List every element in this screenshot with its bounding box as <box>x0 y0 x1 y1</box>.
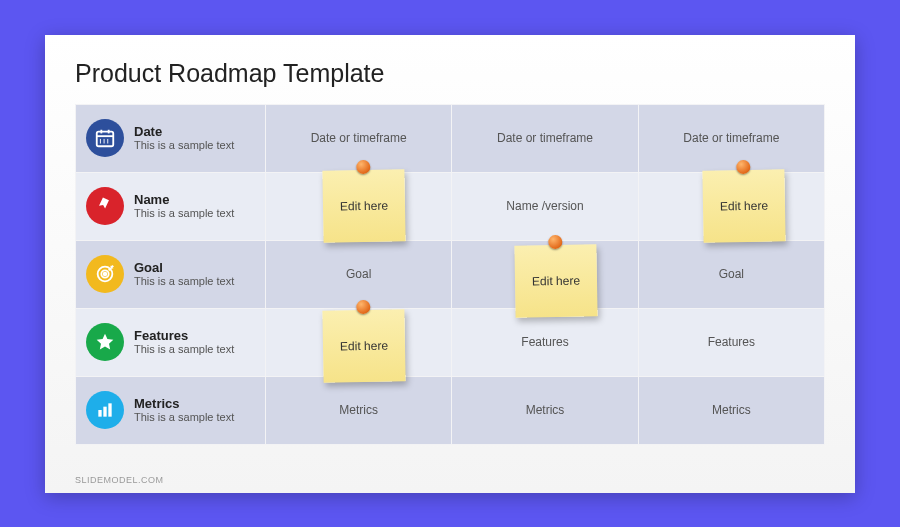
roadmap-cell[interactable]: Date or timeframe <box>452 104 638 172</box>
svg-rect-12 <box>108 403 111 416</box>
sticky-note[interactable]: Edit here <box>322 309 405 382</box>
svg-rect-0 <box>97 132 114 147</box>
row-title: Name <box>134 192 234 207</box>
roadmap-cell[interactable]: Features <box>452 308 638 376</box>
row-label-cell: FeaturesThis is a sample text <box>76 308 266 376</box>
row-title: Features <box>134 328 234 343</box>
roadmap-cell[interactable]: Metrics <box>266 376 452 444</box>
row-subtitle: This is a sample text <box>134 343 234 356</box>
tag-icon <box>86 187 124 225</box>
roadmap-cell[interactable]: Goal <box>638 240 824 308</box>
roadmap-cell[interactable]: Date or timeframe <box>638 104 824 172</box>
star-icon <box>86 323 124 361</box>
roadmap-table: DateThis is a sample textDate or timefra… <box>75 104 825 445</box>
sticky-note-text: Edit here <box>340 338 388 353</box>
target-icon <box>86 255 124 293</box>
roadmap-cell[interactable]: Goal <box>266 240 452 308</box>
row-label-cell: MetricsThis is a sample text <box>76 376 266 444</box>
roadmap-cell[interactable]: Metrics <box>452 376 638 444</box>
calendar-icon <box>86 119 124 157</box>
roadmap-cell[interactable]: Features <box>638 308 824 376</box>
row-subtitle: This is a sample text <box>134 275 234 288</box>
row-title: Goal <box>134 260 234 275</box>
svg-rect-10 <box>98 410 101 417</box>
svg-rect-11 <box>103 407 106 417</box>
roadmap-cell[interactable]: Metrics <box>638 376 824 444</box>
row-label-cell: GoalThis is a sample text <box>76 240 266 308</box>
row-label-cell: NameThis is a sample text <box>76 172 266 240</box>
roadmap-cell[interactable]: Name /version <box>452 172 638 240</box>
footer-credit: SLIDEMODEL.COM <box>75 475 164 485</box>
pushpin-icon <box>356 299 370 313</box>
chart-icon <box>86 391 124 429</box>
row-label-cell: DateThis is a sample text <box>76 104 266 172</box>
sticky-note[interactable]: Edit here <box>702 169 785 242</box>
table-row: FeaturesThis is a sample textFeaturesFea… <box>76 308 825 376</box>
pushpin-icon <box>736 159 750 173</box>
row-title: Date <box>134 124 234 139</box>
row-subtitle: This is a sample text <box>134 411 234 424</box>
slide: Product Roadmap Template DateThis is a s… <box>45 35 855 493</box>
sticky-note[interactable]: Edit here <box>514 244 597 317</box>
row-subtitle: This is a sample text <box>134 139 234 152</box>
sticky-note[interactable]: Edit here <box>322 169 405 242</box>
table-row: GoalThis is a sample textGoalGoal <box>76 240 825 308</box>
svg-point-9 <box>104 273 107 276</box>
sticky-note-text: Edit here <box>532 273 580 288</box>
row-subtitle: This is a sample text <box>134 207 234 220</box>
pushpin-icon <box>548 234 562 248</box>
row-title: Metrics <box>134 396 234 411</box>
pushpin-icon <box>356 159 370 173</box>
sticky-note-text: Edit here <box>340 198 388 213</box>
sticky-note-text: Edit here <box>720 198 768 213</box>
table-row: DateThis is a sample textDate or timefra… <box>76 104 825 172</box>
slide-title: Product Roadmap Template <box>75 59 825 88</box>
table-row: MetricsThis is a sample textMetricsMetri… <box>76 376 825 444</box>
